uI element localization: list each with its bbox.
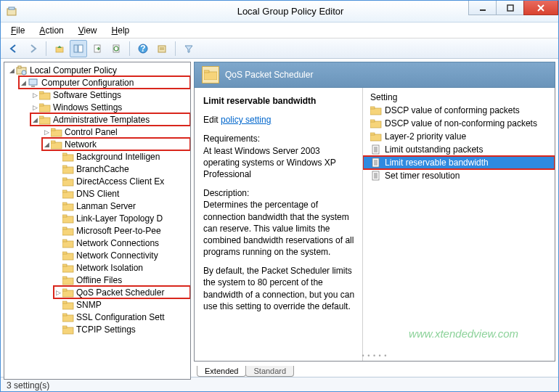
- svg-rect-48: [62, 253, 73, 260]
- tree-item[interactable]: Network Isolation: [54, 261, 190, 274]
- settings-item[interactable]: Layer-2 priority value: [363, 130, 555, 143]
- svg-rect-55: [62, 289, 67, 291]
- description-text-2: By default, the Packet Scheduler limits …: [203, 265, 356, 312]
- settings-item-label: Layer-2 priority value: [385, 131, 466, 142]
- svg-rect-60: [62, 327, 73, 334]
- up-button[interactable]: [51, 40, 68, 57]
- tree-item[interactable]: Background Intelligen: [54, 150, 190, 163]
- back-button[interactable]: [5, 40, 23, 57]
- settings-item[interactable]: Limit reservable bandwidth: [363, 156, 555, 169]
- details-pane: QoS Packet Scheduler Limit reservable ba…: [194, 62, 555, 377]
- properties-button[interactable]: [153, 40, 171, 57]
- tree-item[interactable]: BranchCache: [54, 163, 190, 175]
- forward-button[interactable]: [24, 40, 41, 57]
- refresh-button[interactable]: [107, 40, 125, 57]
- tree-item[interactable]: DNS Client: [54, 187, 190, 200]
- menu-view[interactable]: View: [73, 24, 103, 37]
- svg-rect-61: [62, 326, 67, 328]
- tree-expander[interactable]: ▷: [42, 128, 51, 136]
- svg-rect-52: [62, 278, 73, 285]
- tree-item[interactable]: TCPIP Settings: [54, 323, 190, 335]
- tree-item[interactable]: DirectAccess Client Ex: [54, 175, 190, 187]
- tab-extended[interactable]: Extended: [197, 366, 246, 377]
- tree-expander[interactable]: ▷: [54, 289, 62, 296]
- settings-item-label: Limit outstanding packets: [385, 144, 483, 155]
- tree-expander[interactable]: ◢: [30, 116, 39, 123]
- svg-rect-3: [507, 5, 513, 11]
- tree-item-control-panel[interactable]: ▷Control Panel: [42, 126, 190, 138]
- tree-item-computer-configuration[interactable]: ◢Computer Configuration: [19, 76, 190, 89]
- svg-rect-41: [62, 203, 67, 205]
- svg-rect-27: [39, 116, 44, 118]
- tree-pane[interactable]: ◢Local Computer Policy◢Computer Configur…: [4, 62, 191, 380]
- svg-rect-51: [62, 264, 67, 266]
- minimize-button[interactable]: [468, 0, 497, 15]
- tab-standard[interactable]: Standard: [245, 366, 294, 377]
- tree-expander[interactable]: ◢: [19, 79, 28, 86]
- tree-item[interactable]: SSL Configuration Sett: [54, 311, 190, 323]
- filter-button[interactable]: [180, 40, 197, 57]
- folder-icon: [202, 66, 219, 83]
- tree-item-windows-settings[interactable]: ▷Windows Settings: [30, 101, 190, 113]
- menu-file[interactable]: File: [5, 24, 30, 37]
- splitter-handle[interactable]: • • • • •: [362, 352, 388, 359]
- tree-item[interactable]: Network Connections: [54, 237, 190, 249]
- svg-rect-1: [9, 7, 15, 9]
- close-button[interactable]: [523, 0, 558, 15]
- app-icon: [1, 6, 23, 17]
- settings-item[interactable]: DSCP value of non-conforming packets: [363, 117, 555, 130]
- menu-help[interactable]: Help: [106, 24, 136, 37]
- settings-item-label: Set timer resolution: [385, 171, 460, 181]
- svg-rect-66: [370, 121, 381, 128]
- tree-expander[interactable]: ▷: [30, 91, 39, 99]
- svg-rect-20: [29, 79, 37, 85]
- menu-action[interactable]: Action: [33, 24, 69, 37]
- folder-icon: [370, 131, 382, 142]
- svg-rect-69: [370, 133, 375, 135]
- tree-item[interactable]: Link-Layer Topology D: [54, 212, 190, 224]
- svg-rect-26: [39, 118, 50, 124]
- tree-item-network[interactable]: ◢Network: [42, 138, 190, 150]
- tree-item[interactable]: SNMP: [54, 298, 190, 311]
- description-label: Description:: [203, 188, 249, 198]
- selected-setting-title: Limit reservable bandwidth: [203, 95, 356, 107]
- svg-rect-42: [62, 216, 73, 223]
- tree-expander[interactable]: ◢: [7, 67, 16, 74]
- help-button[interactable]: ?: [134, 40, 152, 57]
- policy-icon: [370, 158, 382, 168]
- view-tabs: Extended Standard: [194, 361, 555, 377]
- tree-item-software-settings[interactable]: ▷Software Settings: [30, 89, 190, 101]
- tree-item[interactable]: Lanman Server: [54, 200, 190, 212]
- svg-rect-23: [39, 91, 44, 94]
- maximize-button[interactable]: [496, 0, 524, 15]
- show-tree-button[interactable]: [70, 40, 87, 57]
- tree-item[interactable]: Microsoft Peer-to-Pee: [54, 224, 190, 237]
- tree-item[interactable]: ▷QoS Packet Scheduler: [54, 286, 190, 298]
- svg-rect-56: [62, 303, 73, 309]
- svg-rect-50: [62, 266, 73, 272]
- settings-column-header[interactable]: Setting: [363, 88, 555, 104]
- tree-item-root[interactable]: ◢Local Computer Policy: [7, 64, 190, 76]
- svg-rect-68: [370, 134, 381, 141]
- svg-rect-30: [51, 142, 62, 149]
- tree-item-administrative-templates[interactable]: ◢Administrative Templates: [30, 113, 190, 126]
- settings-item[interactable]: DSCP value of conforming packets: [363, 104, 555, 117]
- settings-pane[interactable]: Setting DSCP value of conforming packets…: [363, 88, 555, 361]
- requirements-text: At least Windows Server 2003 operating s…: [203, 146, 336, 179]
- separator: [129, 41, 130, 56]
- svg-rect-24: [39, 105, 50, 112]
- tree-expander[interactable]: ◢: [42, 141, 51, 148]
- svg-rect-44: [62, 229, 73, 235]
- tree-expander[interactable]: ▷: [30, 104, 39, 111]
- svg-rect-63: [204, 70, 209, 73]
- svg-rect-7: [74, 45, 78, 52]
- settings-item[interactable]: Limit outstanding packets: [363, 143, 555, 156]
- svg-rect-46: [62, 241, 73, 248]
- tree-item[interactable]: Offline Files: [54, 274, 190, 286]
- policy-setting-link[interactable]: policy setting: [221, 115, 271, 125]
- settings-item[interactable]: Set timer resolution: [363, 169, 555, 182]
- description-text-1: Determines the percentage of connection …: [203, 200, 354, 257]
- policy-icon: [370, 144, 382, 155]
- tree-item[interactable]: Network Connectivity: [54, 249, 190, 261]
- export-button[interactable]: [89, 40, 106, 57]
